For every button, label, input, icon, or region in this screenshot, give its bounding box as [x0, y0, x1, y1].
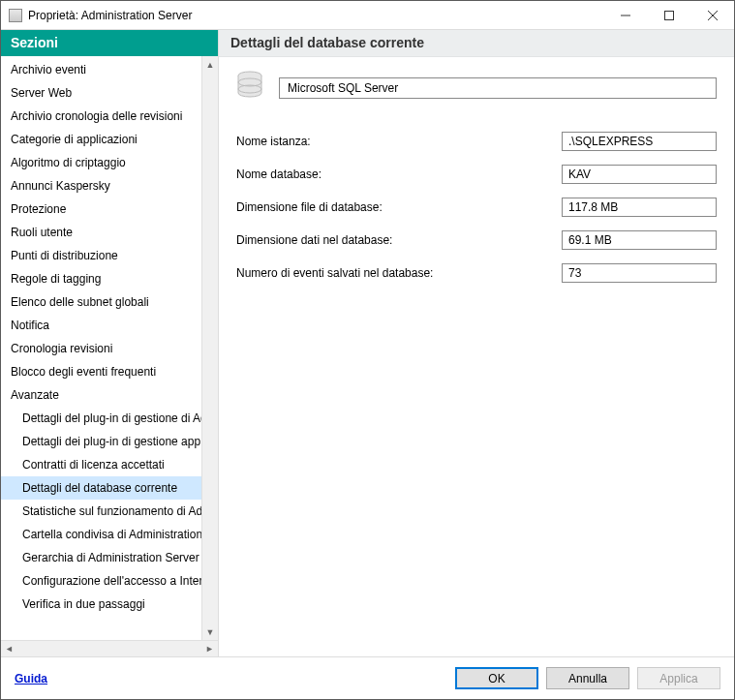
field-value: 73 — [562, 263, 717, 283]
database-type: Microsoft SQL Server — [279, 77, 717, 99]
apply-button: Applica — [637, 667, 720, 689]
field-value: KAV — [562, 165, 717, 184]
tree-item[interactable]: Cartella condivisa di Administration Ser… — [1, 523, 201, 546]
tree-item[interactable]: Elenco delle subnet globali — [1, 290, 201, 314]
properties-window: Proprietà: Administration Server Sezioni… — [0, 0, 735, 700]
tree-item[interactable]: Statistiche sul funzionamento di Adminis… — [1, 500, 201, 523]
field-row: Numero di eventi salvati nel database:73 — [236, 263, 717, 283]
app-icon — [9, 9, 22, 22]
field-row: Nome istanza:.\SQLEXPRESS — [236, 132, 717, 151]
scroll-right-arrow[interactable]: ► — [201, 641, 218, 656]
tree-item[interactable]: Archivio cronologia delle revisioni — [1, 105, 201, 128]
horizontal-scrollbar[interactable]: ◄ ► — [1, 640, 218, 656]
sections-tree[interactable]: Archivio eventiServer WebArchivio cronol… — [1, 56, 201, 640]
field-label: Dimensione dati nel database: — [236, 233, 562, 247]
tree-item[interactable]: Verifica in due passaggi — [1, 593, 201, 616]
scroll-up-arrow[interactable]: ▲ — [202, 56, 218, 73]
scroll-track[interactable] — [202, 73, 218, 624]
panel-header: Dettagli del database corrente — [219, 30, 734, 57]
panel-content: Microsoft SQL Server Nome istanza:.\SQLE… — [219, 57, 734, 656]
cancel-button[interactable]: Annulla — [546, 667, 629, 689]
tree-item[interactable]: Contratti di licenza accettati — [1, 453, 201, 476]
maximize-button[interactable] — [647, 1, 690, 29]
sidebar-header: Sezioni — [1, 30, 218, 56]
tree-item[interactable]: Dettagli dei plug-in di gestione applica… — [1, 430, 201, 453]
footer: Guida OK Annulla Applica — [1, 656, 734, 699]
sidebar: Sezioni Archivio eventiServer WebArchivi… — [1, 30, 219, 656]
tree-item[interactable]: Dettagli del database corrente — [1, 476, 201, 500]
field-value: 69.1 MB — [562, 230, 717, 250]
tree-item[interactable]: Archivio eventi — [1, 58, 201, 81]
scroll-left-arrow[interactable]: ◄ — [1, 641, 17, 656]
field-row: Nome database:KAV — [236, 165, 717, 184]
ok-button[interactable]: OK — [455, 667, 538, 689]
tree-item[interactable]: Gerarchia di Administration Server — [1, 546, 201, 569]
tree-item[interactable]: Configurazione dell'accesso a Internet — [1, 569, 201, 593]
field-row: Dimensione dati nel database:69.1 MB — [236, 230, 717, 250]
tree-item[interactable]: Annunci Kaspersky — [1, 174, 201, 198]
field-value: 117.8 MB — [562, 198, 717, 217]
field-label: Nome database: — [236, 167, 562, 181]
minimize-button[interactable] — [603, 1, 647, 29]
scroll-down-arrow[interactable]: ▼ — [202, 624, 218, 640]
tree-item[interactable]: Punti di distribuzione — [1, 244, 201, 267]
tree-item[interactable]: Server Web — [1, 81, 201, 105]
tree-item[interactable]: Regole di tagging — [1, 267, 201, 290]
field-label: Nome istanza: — [236, 135, 562, 148]
tree-item[interactable]: Cronologia revisioni — [1, 337, 201, 360]
window-title: Proprietà: Administration Server — [28, 9, 192, 22]
field-row: Dimensione file di database:117.8 MB — [236, 198, 717, 217]
tree-item[interactable]: Avanzate — [1, 383, 201, 407]
tree-item[interactable]: Blocco degli eventi frequenti — [1, 360, 201, 383]
tree-item[interactable]: Protezione — [1, 198, 201, 221]
field-label: Dimensione file di database: — [236, 200, 562, 214]
close-button[interactable] — [690, 1, 734, 29]
tree-item[interactable]: Categorie di applicazioni — [1, 128, 201, 151]
field-value: .\SQLEXPRESS — [562, 132, 717, 151]
database-icon — [236, 71, 265, 105]
svg-rect-1 — [664, 11, 673, 19]
tree-item[interactable]: Ruoli utente — [1, 221, 201, 244]
titlebar: Proprietà: Administration Server — [1, 1, 734, 30]
help-link[interactable]: Guida — [15, 672, 47, 685]
vertical-scrollbar[interactable]: ▲ ▼ — [201, 56, 218, 640]
scroll-track-h[interactable] — [17, 641, 201, 656]
tree-item[interactable]: Dettagli del plug-in di gestione di Admi… — [1, 407, 201, 430]
main-panel: Dettagli del database corrente Microsoft… — [219, 30, 734, 656]
tree-item[interactable]: Notifica — [1, 314, 201, 337]
tree-item[interactable]: Algoritmo di criptaggio — [1, 151, 201, 174]
field-label: Numero di eventi salvati nel database: — [236, 266, 562, 280]
